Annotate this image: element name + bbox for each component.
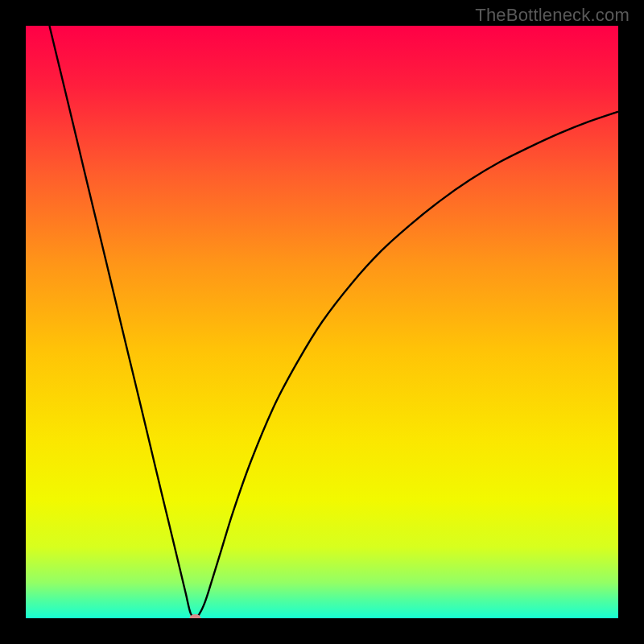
- chart-marker-layer: [26, 26, 618, 618]
- watermark-label: TheBottleneck.com: [475, 5, 630, 26]
- minimum-marker: [190, 614, 201, 618]
- chart-plot-area: [26, 26, 618, 618]
- chart-frame: TheBottleneck.com: [0, 0, 644, 644]
